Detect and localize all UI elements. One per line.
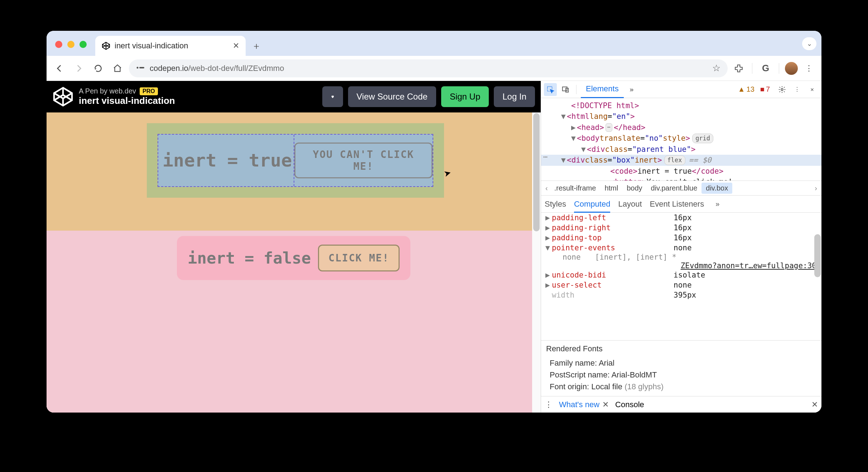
subtab-layout[interactable]: Layout: [618, 199, 642, 209]
tab-title: inert visual-indication: [115, 41, 228, 50]
dom-div-box-selected[interactable]: ▼<div class="box" inert>flex== $0: [541, 155, 821, 165]
reload-button[interactable]: [90, 61, 106, 76]
dom-button[interactable]: <button>You can't click me!: [561, 177, 821, 180]
scrollbar-thumb[interactable]: [533, 113, 540, 231]
svg-rect-4: [139, 67, 144, 68]
home-button[interactable]: [110, 61, 125, 76]
styles-tabs: Styles Computed Layout Event Listeners »: [541, 196, 821, 213]
rendered-fonts-header: Rendered Fonts: [546, 344, 816, 353]
codepen-favicon: [102, 42, 110, 50]
inert-false-label: inert = false: [188, 249, 311, 267]
device-toolbar-icon[interactable]: [559, 83, 572, 96]
page-scrollbar[interactable]: [532, 112, 541, 413]
content-area: A Pen by web.dev PRO inert visual-indica…: [47, 81, 821, 413]
pen-meta: A Pen by web.dev PRO inert visual-indica…: [79, 87, 175, 106]
subtabs-overflow-icon[interactable]: »: [712, 200, 723, 208]
tabs-overflow-icon[interactable]: »: [626, 85, 637, 94]
google-icon[interactable]: G: [758, 61, 773, 76]
devtools-panel: Elements » ▲ 13 ■ 7 ⋮ ✕ ⋯ <!DOCTYPE html…: [541, 81, 821, 413]
demo-panel-blue: inert = true YOU CAN'T CLICK ME! ➤: [47, 112, 541, 231]
maximize-window-button[interactable]: [79, 41, 87, 48]
tab-close-icon[interactable]: ✕: [233, 41, 239, 50]
computed-row: ▶padding-left16px: [541, 213, 821, 223]
extensions-icon[interactable]: [731, 61, 746, 76]
settings-gear-icon[interactable]: [776, 83, 789, 96]
inert-true-button-region: YOU CAN'T CLICK ME!: [294, 143, 433, 178]
new-tab-button[interactable]: ＋: [249, 38, 264, 54]
dom-tree[interactable]: ⋯ <!DOCTYPE html> ▼<html lang="en"> ▶<he…: [541, 98, 821, 180]
svg-point-11: [781, 88, 783, 91]
crumb-parent[interactable]: div.parent.blue: [647, 183, 702, 194]
subtab-event-listeners[interactable]: Event Listeners: [650, 199, 704, 209]
devtools-highlight-content: inert = true YOU CAN'T CLICK ME!: [158, 134, 433, 187]
computed-source-link[interactable]: ZEvdmmo?anon=tr…ew=fullpage:30: [541, 261, 821, 270]
dom-doctype[interactable]: <!DOCTYPE html>: [561, 100, 821, 111]
inspect-element-icon[interactable]: [544, 83, 557, 96]
svg-rect-9: [563, 87, 567, 91]
dom-head[interactable]: ▶<head>⋯</head>: [561, 122, 821, 133]
issues-badge[interactable]: ■ 7: [760, 85, 770, 93]
demo-frame: inert = true YOU CAN'T CLICK ME! ➤ inert…: [47, 112, 541, 413]
drawer-tab-whats-new[interactable]: What's new ✕: [559, 400, 609, 409]
window-controls: [55, 41, 87, 48]
crumb-iframe[interactable]: .result-iframe: [550, 183, 601, 194]
inert-false-button[interactable]: CLICK ME!: [318, 245, 400, 271]
computed-row: ▶unicode-bidiisolate: [541, 270, 821, 280]
tab-overflow-button[interactable]: ⌄: [802, 37, 816, 50]
forward-button[interactable]: [71, 61, 87, 76]
drawer-tab-console[interactable]: Console: [615, 400, 644, 409]
close-window-button[interactable]: [55, 41, 62, 48]
view-source-button[interactable]: View Source Code: [348, 86, 436, 107]
computed-panel[interactable]: ▶padding-left16px ▶padding-right16px ▶pa…: [541, 213, 821, 340]
profile-avatar[interactable]: [785, 62, 798, 75]
address-bar[interactable]: codepen.io/web-dot-dev/full/ZEvdmmo ☆: [129, 59, 728, 77]
dom-breadcrumbs[interactable]: ‹ .result-iframe html body div.parent.bl…: [541, 180, 821, 196]
computed-scrollbar[interactable]: [814, 213, 821, 292]
scrollbar-thumb[interactable]: [814, 234, 821, 277]
computed-row: width395px: [541, 290, 821, 300]
bookmark-icon[interactable]: ☆: [712, 63, 720, 74]
toolbar: codepen.io/web-dot-dev/full/ZEvdmmo ☆ G …: [47, 56, 821, 81]
minimize-window-button[interactable]: [67, 41, 74, 48]
codepen-logo[interactable]: [52, 86, 74, 107]
page-viewport: A Pen by web.dev PRO inert visual-indica…: [47, 81, 541, 413]
back-button[interactable]: [52, 61, 67, 76]
dom-html[interactable]: ▼<html lang="en">: [561, 111, 821, 122]
inert-true-button: YOU CAN'T CLICK ME!: [294, 143, 433, 178]
devtools-menu-icon[interactable]: ⋮: [791, 83, 804, 96]
drawer-menu-icon[interactable]: ⋮: [545, 400, 553, 409]
devtools-close-icon[interactable]: ✕: [806, 83, 819, 96]
tab-strip: inert visual-indication ✕ ＋ ⌄: [47, 31, 821, 56]
dom-code[interactable]: <code>inert = true</code>: [561, 166, 821, 177]
font-postscript: PostScript name: Arial-BoldMT: [546, 369, 816, 381]
dom-row-menu-icon[interactable]: ⋯: [543, 152, 548, 162]
dom-div-parent[interactable]: ▼<div class="parent blue">: [561, 144, 821, 155]
separator: [752, 63, 752, 74]
love-button[interactable]: [322, 86, 343, 107]
dom-body[interactable]: ▼<body translate="no" style>grid: [561, 133, 821, 144]
svg-point-3: [137, 67, 139, 69]
warnings-badge[interactable]: ▲ 13: [738, 85, 754, 93]
pen-title: inert visual-indication: [79, 95, 175, 106]
crumb-box[interactable]: div.box: [701, 183, 732, 194]
computed-detail: none[inert], [inert] *: [541, 253, 821, 261]
menu-icon[interactable]: ⋮: [801, 61, 816, 76]
devtools-tab-elements[interactable]: Elements: [581, 81, 624, 98]
sign-up-button[interactable]: Sign Up: [441, 86, 489, 107]
drawer-close-icon[interactable]: ✕: [811, 400, 818, 409]
codepen-header: A Pen by web.dev PRO inert visual-indica…: [47, 81, 541, 112]
subtab-styles[interactable]: Styles: [545, 199, 566, 209]
crumb-body[interactable]: body: [622, 183, 646, 194]
crumb-next-icon[interactable]: ›: [812, 184, 819, 192]
log-in-button[interactable]: Log In: [494, 86, 535, 107]
browser-tab[interactable]: inert visual-indication ✕: [95, 36, 246, 56]
browser-window: inert visual-indication ✕ ＋ ⌄ codepen.io…: [47, 31, 821, 413]
close-icon[interactable]: ✕: [602, 400, 609, 409]
site-settings-icon[interactable]: [136, 64, 145, 72]
crumb-html[interactable]: html: [600, 183, 622, 194]
font-family: Family name: Arial: [546, 357, 816, 369]
subtab-computed[interactable]: Computed: [574, 199, 611, 213]
inert-true-label-region: inert = true: [158, 135, 294, 186]
computed-row: ▶user-selectnone: [541, 280, 821, 290]
crumb-prev-icon[interactable]: ‹: [543, 184, 550, 192]
